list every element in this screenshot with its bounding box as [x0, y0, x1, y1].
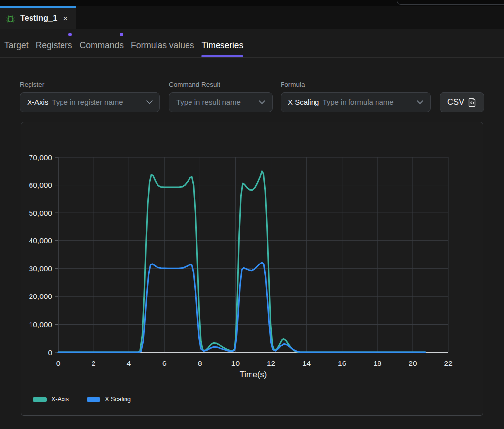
x-scaling-legend-label: X Scaling [105, 396, 131, 403]
x-tick-label: 14 [302, 359, 311, 367]
timeseries-chart[interactable]: 010,00020,00030,00040,00050,00060,00070,… [21, 122, 484, 386]
chevron-down-icon [254, 100, 265, 104]
window-top-strip [0, 0, 504, 6]
tab-registers[interactable]: Registers [36, 29, 72, 50]
csv-button-label: CSV [447, 98, 464, 107]
x-tick-label: 20 [409, 359, 417, 367]
section-tabs: Target Registers Commands Formulas value… [0, 29, 504, 58]
register-placeholder: Type in register name [52, 98, 123, 106]
x-tick-label: 12 [267, 359, 275, 367]
x-tick-label: 6 [162, 359, 167, 367]
y-tick-label: 30,000 [29, 264, 53, 273]
y-tick-label: 20,000 [29, 292, 53, 300]
y-tick-label: 10,000 [29, 320, 53, 329]
x-tick-label: 16 [338, 359, 346, 367]
tab-title: Testing_1 [20, 14, 57, 23]
registers-notification-dot [68, 33, 72, 36]
editor-tab-testing-1[interactable]: Testing_1 × [0, 6, 76, 29]
y-tick-label: 60,000 [29, 181, 53, 189]
commands-notification-dot [120, 33, 123, 36]
tab-commands[interactable]: Commands [80, 29, 124, 50]
register-dropdown[interactable]: X-Axis Type in register name [20, 92, 160, 112]
series-line-x-axis [58, 171, 425, 352]
x-tick-label: 18 [373, 359, 381, 367]
y-tick-label: 40,000 [29, 236, 53, 245]
timeseries-chart-card: 010,00020,00030,00040,00050,00060,00070,… [21, 122, 483, 416]
x-tick-label: 22 [444, 359, 452, 367]
legend-item-x-scaling[interactable]: X Scaling [87, 396, 131, 403]
x-axis-legend-label: X-Axis [51, 396, 69, 403]
register-label: Register [20, 81, 169, 88]
x-tick-label: 0 [56, 359, 61, 367]
x-tick-label: 2 [92, 359, 96, 367]
search-box-fragment [397, 0, 504, 5]
legend-item-x-axis[interactable]: X-Axis [33, 396, 69, 403]
command-result-placeholder: Type in result name [176, 98, 241, 106]
chevron-down-icon [141, 100, 153, 104]
x-scaling-legend-swatch [87, 397, 100, 402]
formula-placeholder: Type in formula name [322, 98, 393, 106]
y-tick-label: 70,000 [29, 153, 53, 162]
tab-timeseries[interactable]: Timeseries [201, 29, 243, 50]
command-result-dropdown[interactable]: Type in result name [169, 92, 273, 112]
file-code-icon [468, 98, 476, 107]
register-value: X-Axis [27, 98, 48, 106]
x-tick-label: 4 [127, 359, 131, 367]
y-tick-label: 0 [48, 348, 52, 357]
editor-tab-bar: Testing_1 × [0, 6, 504, 29]
debug-bug-icon [6, 14, 15, 23]
tab-formulas-values[interactable]: Formulas values [131, 29, 194, 50]
series-line-x-scaling [58, 262, 425, 352]
x-axis-title: Time(s) [240, 370, 267, 379]
y-tick-label: 50,000 [29, 209, 53, 217]
command-result-label: Command Result [169, 81, 281, 88]
formula-label: Formula [281, 81, 440, 88]
chevron-down-icon [412, 100, 423, 104]
timeseries-svg: 010,00020,00030,00040,00050,00060,00070,… [21, 122, 484, 386]
x-tick-label: 10 [231, 359, 240, 367]
tab-target[interactable]: Target [4, 29, 29, 50]
tab-close-icon[interactable]: × [63, 14, 68, 23]
csv-export-button[interactable]: CSV [440, 92, 484, 112]
x-axis-legend-swatch [33, 397, 47, 402]
formula-value: X Scaling [288, 98, 319, 106]
active-tab-underline [201, 55, 243, 57]
formula-dropdown[interactable]: X Scaling Type in formula name [281, 92, 431, 112]
filter-controls: Register X-Axis Type in register name Co… [20, 81, 504, 112]
x-tick-label: 8 [198, 359, 202, 367]
chart-legend: X-Axis X Scaling [33, 396, 131, 403]
